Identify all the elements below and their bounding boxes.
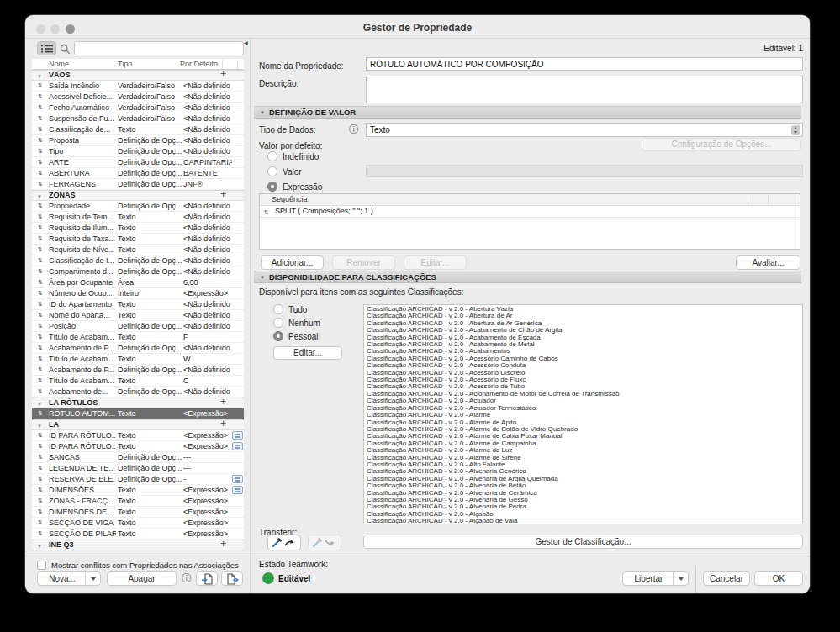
reorder-handle-icon[interactable]: ⇅ [38, 135, 43, 145]
reorder-handle-icon[interactable]: ⇅ [38, 277, 43, 287]
property-row[interactable]: ⇅Acabamento de...Definição de Opç...<Não… [32, 387, 244, 398]
reorder-handle-icon[interactable]: ⇅ [264, 207, 269, 218]
property-row[interactable]: ⇅Número de Ocup...Inteiro<Expressão> [32, 288, 244, 299]
property-row[interactable]: ⇅Área por OcupanteÁrea6,00 [32, 277, 244, 288]
data-type-info-icon[interactable]: ⓘ [349, 124, 359, 134]
disclosure-triangle-icon[interactable]: ▼ [37, 542, 42, 551]
delete-property-button[interactable]: Apagar [107, 571, 177, 586]
add-property-icon[interactable]: + [220, 419, 226, 429]
evaluate-button[interactable]: Avaliar... [736, 255, 800, 270]
reorder-handle-icon[interactable]: ⇅ [38, 365, 43, 375]
radio-expression[interactable] [267, 182, 277, 192]
reorder-handle-icon[interactable]: ⇅ [38, 234, 43, 244]
property-row[interactable]: ⇅Título de Acabam...TextoC [32, 376, 244, 387]
property-row[interactable]: ⇅Título de Acabam...TextoW [32, 354, 244, 365]
column-header-name[interactable]: Nome [49, 60, 69, 68]
property-name-input[interactable] [366, 57, 803, 71]
property-row[interactable]: ⇅TipoDefinição de Opç...<Não definido > [32, 146, 244, 157]
edit-expression-button[interactable]: Editar... [404, 255, 467, 270]
property-row[interactable]: ⇅Acessível Deficie...Verdadeiro/Falso<Nã… [32, 92, 244, 103]
add-property-icon[interactable]: + [220, 70, 226, 79]
property-row[interactable]: ⇅Requisito de Ilum...Texto<Não definido … [32, 223, 244, 234]
property-row[interactable]: ⇅Requisito de Níve...Texto<Não definido … [32, 245, 244, 255]
column-header-default[interactable]: Por Defeito [180, 60, 218, 68]
info-icon[interactable]: ⓘ [182, 573, 192, 583]
reorder-handle-icon[interactable]: ⇅ [38, 332, 43, 342]
property-row[interactable]: ⇅FERRAGENSDefinição de Opç...JNF® [32, 179, 244, 190]
import-properties-button[interactable] [196, 571, 218, 586]
property-row[interactable]: ⇅Acabamento de P...Definição de Opç...<N… [32, 343, 244, 354]
options-config-button[interactable]: Configuração de Opções... [642, 138, 801, 151]
radio-all-classifications[interactable] [273, 304, 283, 314]
radio-custom-classifications[interactable] [273, 331, 283, 341]
reorder-handle-icon[interactable]: ⇅ [38, 376, 43, 386]
property-row[interactable]: ⇅ID PARA RÓTULO...Texto<Expressão> [32, 441, 244, 452]
property-row[interactable]: ⇅ID PARA RÓTULO...Texto<Expressão> [32, 430, 244, 441]
reorder-handle-icon[interactable]: ⇅ [38, 124, 43, 134]
group-row[interactable]: ▼LA+ [32, 419, 244, 430]
group-row[interactable]: ▼ZONAS+ [32, 190, 244, 201]
section-collapse-icon[interactable]: ▼ [260, 272, 265, 283]
property-row[interactable]: ⇅RESERVA DE ELE...Definição de Opç...- [32, 474, 244, 485]
reorder-handle-icon[interactable]: ⇅ [38, 387, 43, 397]
property-row[interactable]: ⇅Requisito de Tem...Texto<Não definido > [32, 212, 244, 223]
group-row[interactable]: ▼LA RÓTULOS+ [32, 398, 244, 408]
reorder-handle-icon[interactable]: ⇅ [38, 310, 43, 320]
reorder-handle-icon[interactable]: ⇅ [38, 354, 43, 364]
reorder-handle-icon[interactable]: ⇅ [38, 343, 43, 353]
export-properties-button[interactable] [221, 571, 243, 586]
reorder-handle-icon[interactable]: ⇅ [38, 485, 43, 495]
classification-manager-button[interactable]: Gestor de Classificação... [363, 535, 803, 549]
property-row[interactable]: ⇅PropriedadeDefinição de Opç...<Não defi… [32, 201, 244, 212]
section-availability[interactable]: ▼DISPONIBILIDADE PARA CLASSIFICAÇÕES [254, 271, 801, 283]
list-view-button[interactable] [37, 41, 56, 55]
property-row[interactable]: ⇅PosiçãoDefinição de Opç...<Não definido… [32, 321, 244, 332]
reorder-handle-icon[interactable]: ⇅ [38, 452, 43, 462]
property-row[interactable]: ⇅SECÇÃO DE VIGATexto<Expressão> [32, 518, 244, 529]
property-row-selected[interactable]: ⇅RÓTULO AUTOM...Texto<Expressão> [32, 408, 244, 419]
reorder-handle-icon[interactable]: ⇅ [38, 157, 43, 167]
property-row[interactable]: ⇅Título de Acabam...TextoF [32, 332, 244, 343]
reorder-handle-icon[interactable]: ⇅ [38, 430, 43, 440]
reorder-handle-icon[interactable]: ⇅ [38, 441, 43, 451]
property-row[interactable]: ⇅LEGENDA DE TE...Definição de Opç...--- [32, 463, 244, 474]
column-header-type[interactable]: Tipo [118, 60, 132, 68]
reorder-handle-icon[interactable]: ⇅ [38, 463, 43, 473]
property-row[interactable]: ⇅Saída IncêndioVerdadeiro/Falso<Não defi… [32, 81, 244, 92]
search-input[interactable] [74, 41, 244, 55]
property-row[interactable]: ⇅Acabamento de P...Definição de Opç...<N… [32, 365, 244, 376]
reorder-handle-icon[interactable]: ⇅ [38, 245, 43, 255]
property-row[interactable]: ⇅PropostaDefinição de Opç...<Não definid… [32, 135, 244, 146]
reorder-handle-icon[interactable]: ⇅ [38, 255, 43, 266]
property-row[interactable]: ⇅Compartimento d...Definição de Opç...<N… [32, 266, 244, 277]
expression-list-header[interactable]: Sequência [260, 194, 800, 206]
section-value-definition[interactable]: ▼DEFINIÇÃO DE VALOR [254, 106, 801, 118]
reorder-handle-icon[interactable]: ⇅ [38, 496, 43, 506]
property-row[interactable]: ⇅ZONAS - FRACÇ...Texto<Expressão> [32, 496, 244, 507]
property-row[interactable]: ⇅DIMENSÕESTexto<Expressão> [32, 485, 244, 496]
reorder-handle-icon[interactable]: ⇅ [38, 103, 43, 113]
add-property-icon[interactable]: + [220, 540, 226, 549]
reorder-handle-icon[interactable]: ⇅ [38, 212, 43, 222]
reorder-handle-icon[interactable]: ⇅ [38, 321, 43, 331]
reorder-handle-icon[interactable]: ⇅ [38, 113, 43, 124]
table-header[interactable]: Nome Tipo Por Defeito [32, 59, 244, 70]
radio-value[interactable] [267, 166, 277, 176]
group-row[interactable]: ▼VÃOS+ [32, 70, 244, 81]
reorder-handle-icon[interactable]: ⇅ [38, 201, 43, 211]
reorder-handle-icon[interactable]: ⇅ [38, 266, 43, 276]
section-collapse-icon[interactable]: ▼ [260, 108, 265, 118]
ok-button[interactable]: OK [754, 571, 803, 586]
reorder-handle-icon[interactable]: ⇅ [38, 474, 43, 484]
property-row[interactable]: ⇅Classificação de...Texto<Não definido > [32, 124, 244, 135]
reorder-handle-icon[interactable]: ⇅ [38, 299, 43, 309]
property-row[interactable]: ⇅Suspensão de Fu...Verdadeiro/Falso<Não … [32, 113, 244, 124]
reorder-handle-icon[interactable]: ⇅ [38, 92, 43, 102]
cancel-button[interactable]: Cancelar [703, 571, 750, 586]
reorder-handle-icon[interactable]: ⇅ [38, 179, 43, 189]
expression-row[interactable]: ⇅ SPLIT ( Composições; " "; 1 ) [260, 206, 800, 218]
property-row[interactable]: ⇅SECÇÃO DE PILARTexto<Expressão> [32, 529, 244, 540]
reorder-handle-icon[interactable]: ⇅ [38, 81, 43, 91]
property-row[interactable]: ⇅ABERTURADefinição de Opç...BATENTE [32, 168, 244, 179]
release-chevron-icon[interactable] [673, 572, 688, 585]
